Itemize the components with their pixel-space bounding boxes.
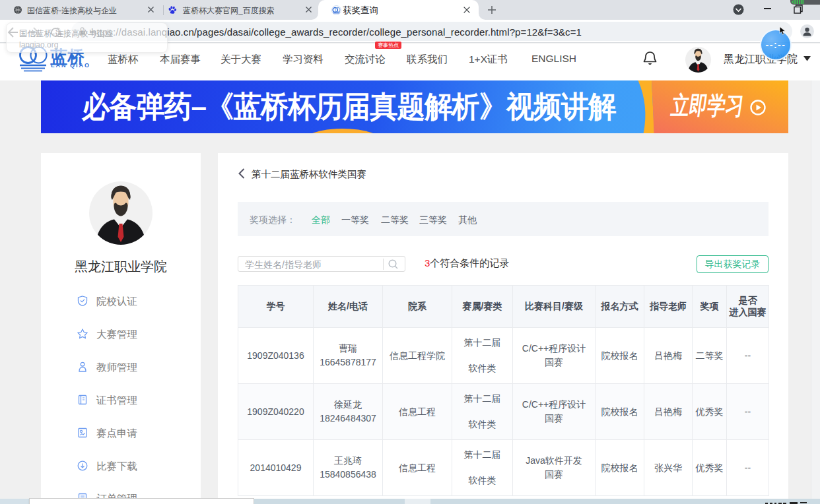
svg-text:LAN QIAO: LAN QIAO (51, 62, 90, 69)
